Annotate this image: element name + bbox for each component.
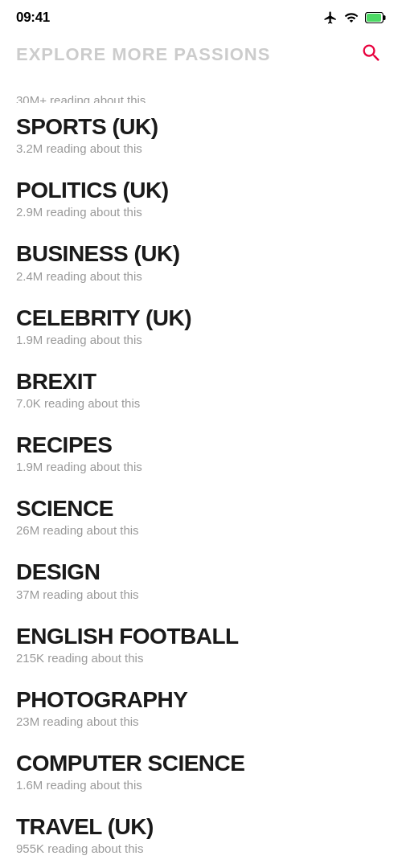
list-item[interactable]: RECIPES1.9M reading about this	[16, 421, 386, 485]
header: EXPLORE MORE PASSIONS	[0, 32, 402, 80]
topic-count: 7.0K reading about this	[16, 396, 386, 410]
battery-icon	[365, 12, 386, 23]
topic-count: 2.4M reading about this	[16, 269, 386, 283]
list-item[interactable]: SCIENCE26M reading about this	[16, 485, 386, 548]
list-item[interactable]: ENGLISH FOOTBALL215K reading about this	[16, 612, 386, 676]
list-item[interactable]: SPORTS (UK)3.2M reading about this	[16, 103, 386, 166]
topics-list: 30M+ reading about this SPORTS (UK)3.2M …	[0, 80, 402, 868]
list-item[interactable]: POLITICS (UK)2.9M reading about this	[16, 166, 386, 230]
topic-name: BREXIT	[16, 369, 386, 395]
topic-count: 1.9M reading about this	[16, 460, 386, 473]
topic-name: TRAVEL (UK)	[16, 814, 386, 840]
topic-name: SCIENCE	[16, 496, 386, 522]
list-item[interactable]: PHOTOGRAPHY23M reading about this	[16, 676, 386, 739]
topic-count: 1.6M reading about this	[16, 778, 386, 792]
topic-name: CELEBRITY (UK)	[16, 305, 386, 331]
airplane-icon	[323, 10, 338, 25]
topic-count: 1.9M reading about this	[16, 333, 386, 346]
wifi-icon	[344, 10, 359, 25]
topic-count: 215K reading about this	[16, 651, 386, 665]
topic-name: RECIPES	[16, 432, 386, 458]
list-item[interactable]: BREXIT7.0K reading about this	[16, 358, 386, 421]
topic-count: 23M reading about this	[16, 714, 386, 728]
topic-name: POLITICS (UK)	[16, 178, 386, 203]
topic-name: PHOTOGRAPHY	[16, 687, 386, 713]
svg-rect-1	[384, 15, 386, 20]
status-time: 09:41	[16, 10, 50, 26]
topic-name: COMPUTER SCIENCE	[16, 751, 386, 776]
status-bar: 09:41	[0, 0, 402, 32]
topic-count: 3.2M reading about this	[16, 141, 386, 155]
list-item[interactable]: COMPUTER SCIENCE1.6M reading about this	[16, 739, 386, 803]
topic-partial-text: 30M+ reading about this	[16, 93, 386, 103]
topic-count: 37M reading about this	[16, 588, 386, 601]
topic-name: BUSINESS (UK)	[16, 241, 386, 267]
search-button[interactable]	[357, 39, 386, 71]
list-item[interactable]: 30M+ reading about this	[16, 80, 386, 103]
topic-count: 955K reading about this	[16, 841, 386, 855]
topic-name: ENGLISH FOOTBALL	[16, 624, 386, 649]
page-title: EXPLORE MORE PASSIONS	[16, 44, 270, 65]
topic-name: DESIGN	[16, 559, 386, 585]
list-item[interactable]: TRAVEL (UK)955K reading about this	[16, 803, 386, 866]
topic-count: 2.9M reading about this	[16, 205, 386, 219]
list-item[interactable]: BUSINESS (UK)2.4M reading about this	[16, 230, 386, 293]
list-item[interactable]: DESIGN37M reading about this	[16, 548, 386, 612]
search-icon	[360, 42, 383, 64]
topic-name: SPORTS (UK)	[16, 114, 386, 140]
status-icons	[323, 10, 386, 25]
list-item[interactable]: CELEBRITY (UK)1.9M reading about this	[16, 294, 386, 358]
svg-rect-2	[367, 14, 381, 22]
topic-count: 26M reading about this	[16, 523, 386, 537]
